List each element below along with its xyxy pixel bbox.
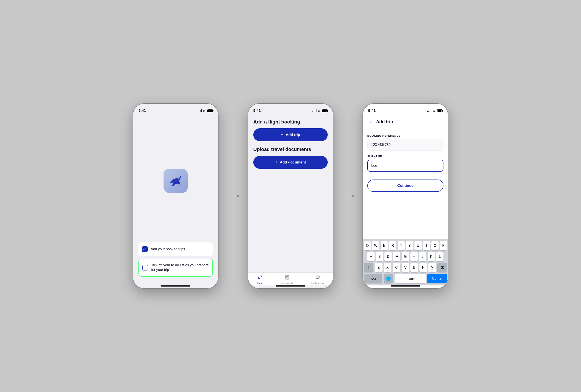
tab-notifications-label: notifications — [311, 282, 324, 285]
add-document-label: Add document — [280, 160, 306, 165]
phone-screen2: 9:41 ⊜ Add a flight booking — [248, 103, 334, 289]
app-logo-svg — [168, 173, 183, 189]
phone-screen1: 9:41 ⊜ — [133, 103, 218, 289]
key-space[interactable]: space — [394, 274, 426, 283]
keyboard: Q W E R T Y U I O P A S — [363, 239, 448, 285]
key-R[interactable]: R — [389, 241, 396, 250]
plus-icon-trip: + — [281, 132, 284, 137]
booking-ref-input[interactable] — [367, 139, 444, 151]
key-D[interactable]: D — [384, 252, 392, 261]
key-X[interactable]: X — [384, 263, 392, 272]
key-F[interactable]: F — [393, 252, 400, 261]
key-backspace[interactable]: ⌫ — [437, 263, 447, 272]
checklist-item-trips[interactable]: Add your booked trips — [138, 242, 213, 256]
key-O[interactable]: O — [431, 241, 438, 250]
add-document-button[interactable]: + Add document — [253, 156, 328, 169]
home-indicator-3 — [391, 285, 420, 287]
add-trip-label: Add trip — [286, 133, 300, 137]
wifi-icon-2: ⊜ — [318, 109, 320, 113]
phone-screen3: 9:41 ⊜ ‹ — [362, 103, 448, 289]
arrow-svg-1 — [226, 193, 240, 199]
checklist-item-todo[interactable]: Tick off your to do list as you prepare … — [138, 259, 213, 277]
screen3-title: Add trip — [376, 119, 393, 124]
status-bar-2: 9:41 ⊜ — [248, 104, 333, 115]
surname-input[interactable] — [367, 160, 444, 172]
status-icons-2: ⊜ — [312, 109, 328, 113]
checkbox-todo[interactable] — [142, 265, 148, 270]
checkbox-trips[interactable] — [142, 246, 148, 252]
tab-documents[interactable]: documents — [281, 275, 293, 285]
screen3-header: ‹ Add trip — [363, 115, 448, 129]
key-L[interactable]: L — [436, 252, 444, 261]
keyboard-row-2: A S D F G H J K L — [364, 252, 447, 261]
key-P[interactable]: P — [440, 241, 447, 250]
wifi-icon-1: ⊜ — [203, 109, 206, 113]
status-time-1: 9:41 — [138, 109, 146, 113]
key-B[interactable]: B — [410, 263, 418, 272]
signal-icon-1 — [198, 109, 202, 112]
key-V[interactable]: V — [402, 263, 409, 272]
status-bar-3: 9:41 ⊜ — [363, 104, 448, 115]
booking-ref-label: BOOKING REFERENCE — [367, 134, 444, 137]
add-trip-button[interactable]: + Add trip — [253, 128, 328, 141]
svg-marker-1 — [237, 195, 240, 197]
section2-title: Upload travel documents — [253, 147, 328, 152]
key-Z[interactable]: Z — [375, 263, 382, 272]
home-tab-icon — [258, 275, 262, 281]
wifi-icon-3: ⊜ — [433, 109, 435, 113]
key-G[interactable]: G — [402, 252, 409, 261]
key-M[interactable]: M — [428, 263, 436, 272]
key-E[interactable]: E — [381, 241, 388, 250]
keyboard-row-1: Q W E R T Y U I O P — [364, 241, 447, 250]
checklist-text-todo: Tick off your to do list as you prepare … — [151, 263, 209, 272]
checklist-text-trips: Add your booked trips — [151, 247, 185, 252]
checklist: Add your booked trips Tick off your to d… — [138, 242, 213, 277]
key-T[interactable]: T — [398, 241, 405, 250]
key-C[interactable]: C — [392, 263, 400, 272]
screen2-main: Add a flight booking + Add trip Upload t… — [248, 115, 333, 272]
key-globe[interactable]: 🌐 — [384, 274, 393, 283]
key-shift[interactable]: ⇧ — [364, 263, 374, 272]
screen3-form: BOOKING REFERENCE SURNAME Continue — [363, 129, 448, 239]
continue-button[interactable]: Continue — [367, 180, 444, 192]
plus-icon-doc: + — [275, 160, 278, 165]
key-W[interactable]: W — [372, 241, 379, 250]
key-J[interactable]: J — [419, 252, 426, 261]
key-H[interactable]: H — [410, 252, 418, 261]
keyboard-row-3: ⇧ Z X C V B N M ⌫ — [364, 263, 447, 272]
arrow-svg-2 — [341, 193, 354, 199]
tab-home[interactable]: home — [257, 275, 263, 285]
screen1-content: Add your booked trips Tick off your to d… — [133, 115, 218, 285]
key-Y[interactable]: Y — [406, 241, 413, 250]
tab-documents-label: documents — [281, 282, 293, 285]
screen3-content: ‹ Add trip BOOKING REFERENCE SURNAME Con… — [363, 115, 448, 288]
key-Q[interactable]: Q — [364, 241, 371, 250]
app-logo — [164, 169, 188, 193]
tab-bar-2: home documents — [248, 272, 333, 285]
arrow-1-2 — [226, 193, 240, 199]
tab-home-label: home — [257, 282, 263, 285]
surname-label: SURNAME — [367, 155, 444, 158]
battery-icon-1 — [207, 109, 213, 112]
keyboard-bottom-row: 123 🌐 space Contin — [364, 274, 447, 283]
status-bar-1: 9:41 ⊜ — [133, 104, 218, 115]
key-numbers[interactable]: 123 — [364, 274, 382, 283]
signal-icon-2 — [312, 109, 316, 112]
home-indicator-1 — [161, 285, 190, 287]
key-I[interactable]: I — [423, 241, 430, 250]
key-U[interactable]: U — [414, 241, 422, 250]
back-button[interactable]: ‹ — [367, 118, 374, 125]
status-icons-1: ⊜ — [198, 109, 213, 113]
status-icons-3: ⊜ — [428, 109, 442, 113]
key-N[interactable]: N — [420, 263, 427, 272]
notifications-tab-icon — [315, 275, 320, 281]
key-S[interactable]: S — [376, 252, 383, 261]
app-logo-container — [164, 119, 188, 242]
status-time-3: 9:41 — [368, 109, 376, 113]
key-continue[interactable]: Contin — [427, 274, 447, 283]
arrow-2-3 — [341, 193, 354, 199]
key-A[interactable]: A — [367, 252, 374, 261]
key-K[interactable]: K — [428, 252, 435, 261]
screenshot-container: 9:41 ⊜ — [133, 103, 448, 289]
tab-notifications[interactable]: notifications — [311, 275, 324, 285]
